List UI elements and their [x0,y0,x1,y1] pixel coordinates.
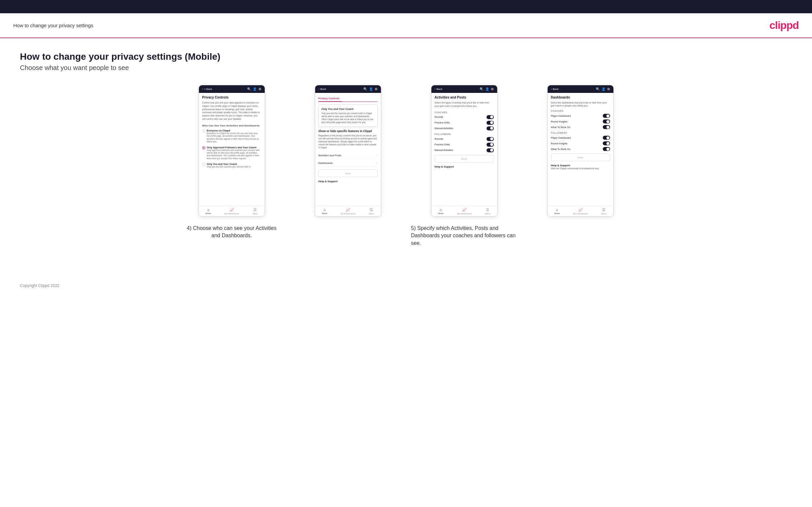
phone-mockup-4: ‹ Back 🔍 👤 ⚙ Dashboards Select the dashb… [547,85,614,217]
search-icon-2[interactable]: 🔍 [363,87,367,91]
search-icon-3[interactable]: 🔍 [479,87,484,91]
toggle-rounds-followers[interactable]: Rounds [435,137,494,141]
tab-performance-3[interactable]: 📈 My Performance [457,208,471,215]
toggle-rounds-coaches-switch[interactable] [487,115,494,119]
back-button-3[interactable]: ‹ Back [435,88,442,91]
help-desc-4: Visit our Clippd community to troublesho… [551,167,610,170]
work-on-followers-label: What To Work On [551,148,570,151]
tab-menu-4[interactable]: ☰ Menu [601,208,606,215]
toggle-rounds-followers-switch[interactable] [487,137,494,141]
profile-icon-4[interactable]: 👤 [601,87,605,91]
screenshot-group-1: ‹ < Back 🔍 👤 ⚙ Privacy Controls Control … [179,85,285,247]
performance-icon-4: 📈 [578,208,583,212]
toggle-rounds-coaches[interactable]: Rounds [435,115,494,119]
performance-icon-1: 📈 [230,208,234,212]
tab-home-4[interactable]: ⌂ Home [554,208,560,215]
privacy-description: Control how you and your data appears to… [202,101,261,121]
show-hide-title: Show or hide specific features in Clippd [318,129,377,133]
toggle-round-insights-followers-switch[interactable] [603,142,610,145]
performance-icon-2: 📈 [346,208,350,212]
dashboards-section-title: Dashboards [551,96,610,99]
tab-menu-2[interactable]: ☰ Menu [369,208,374,215]
work-on-coaches-label: What To Work On [551,126,570,129]
tab-menu-3[interactable]: ☰ Menu [485,208,490,215]
toggle-round-insights-coaches-switch[interactable] [603,119,610,123]
toggle-manual-followers-switch[interactable] [487,148,494,152]
tab-performance-4[interactable]: 📈 My Performance [573,208,588,215]
toggle-manual-followers[interactable]: Manual Activities [435,148,494,152]
activities-menu-row[interactable]: Activities and Posts › [318,152,377,159]
settings-icon-4[interactable]: ⚙ [607,87,610,91]
rounds-coaches-label: Rounds [435,115,443,118]
dashboards-label: Dashboards [318,162,333,165]
tab-home-3[interactable]: ⌂ Home [438,208,443,215]
search-icon-4[interactable]: 🔍 [596,87,600,91]
toggle-manual-coaches-switch[interactable] [487,126,494,130]
radio-circle-everyone[interactable] [202,129,205,132]
phone-header-4: ‹ Back 🔍 👤 ⚙ [548,85,613,93]
radio-option-only-you[interactable]: Only You and Your Coach Only you and the… [202,163,261,168]
back-button-2[interactable]: ‹ Back [318,88,326,91]
toggle-round-insights-followers[interactable]: Round Insights [551,142,610,145]
toggle-player-dash-coaches[interactable]: Player Dashboard [551,114,610,118]
popup-title: Only You and Your Coach [321,108,374,111]
toggle-work-on-followers[interactable]: What To Work On [551,147,610,151]
settings-icon-2[interactable]: ⚙ [374,87,377,91]
tab-bar-2: ⌂ Home 📈 My Performance ☰ Menu [315,206,381,216]
toggle-player-dash-followers-switch[interactable] [603,136,610,140]
radio-option-approved[interactable]: Only Approved Followers and Your Coach O… [202,146,261,160]
back-button-4[interactable]: ‹ Back [551,88,559,91]
toggle-drills-coaches[interactable]: Practice Drills [435,121,494,125]
tab-home-2[interactable]: ⌂ Home [322,208,327,215]
copyright: Copyright Clippd 2022 [20,283,59,288]
help-support-2: Help & Support [318,180,377,183]
main-content: How to change your privacy settings (Mob… [0,38,812,277]
toggle-work-on-followers-switch[interactable] [603,147,610,151]
profile-icon[interactable]: 👤 [253,87,257,91]
phone-mockup-1: ‹ < Back 🔍 👤 ⚙ Privacy Controls Control … [199,85,265,217]
radio-option-everyone[interactable]: Everyone on Clippd Everyone on Clippd ca… [202,129,261,143]
popup-box: Only You and Your Coach Only you and the… [318,105,377,127]
phone-mockup-2: ‹ Back 🔍 👤 ⚙ Privacy Controls Only You a… [315,85,381,217]
save-button-4[interactable]: Save [551,154,610,161]
save-button-2[interactable]: Save [318,170,377,177]
profile-icon-3[interactable]: 👤 [485,87,489,91]
toggle-work-on-coaches-switch[interactable] [603,125,610,129]
toggle-round-insights-coaches[interactable]: Round Insights [551,119,610,123]
radio-circle-approved[interactable] [202,146,205,149]
activities-label: Activities and Posts [318,154,341,157]
toggle-drills-coaches-switch[interactable] [487,121,494,125]
show-hide-desc: Regardless of the privacy controls that … [318,134,377,149]
toggle-player-dash-coaches-switch[interactable] [603,114,610,118]
save-button-3[interactable]: Save [435,155,494,163]
search-icon[interactable]: 🔍 [247,87,251,91]
toggle-manual-coaches[interactable]: Manual Activities [435,126,494,130]
privacy-tab[interactable]: Privacy Controls [318,96,342,102]
home-icon-4: ⌂ [556,208,558,212]
toggle-player-dash-followers[interactable]: Player Dashboard [551,136,610,140]
dashboards-section-desc: Select the dashboards that you'd like to… [551,101,610,107]
home-icon-3: ⌂ [440,208,442,212]
toggle-drills-followers-switch[interactable] [487,143,494,147]
drills-coaches-label: Practice Drills [435,121,450,124]
tab-performance-2[interactable]: 📈 My Performance [341,208,355,215]
tab-performance-1[interactable]: 📈 My Performance [224,208,239,215]
caption-1: 4) Choose who can see your Activities an… [185,225,278,239]
manual-followers-label: Manual Activities [435,149,453,152]
settings-icon-3[interactable]: ⚙ [491,87,494,91]
header-icons-2: 🔍 👤 ⚙ [363,87,377,91]
tab-menu-1[interactable]: ☰ Menu [253,208,258,215]
dashboards-menu-row[interactable]: Dashboards › [318,159,377,167]
settings-icon[interactable]: ⚙ [258,87,261,91]
toggle-work-on-coaches[interactable]: What To Work On [551,125,610,129]
toggle-drills-followers[interactable]: Practice Drills [435,143,494,147]
menu-icon-2: ☰ [370,208,373,212]
radio-circle-only-you[interactable] [202,163,205,166]
screenshot-group-3: ‹ Back 🔍 👤 ⚙ Activities and Posts Select… [411,85,517,247]
drills-followers-label: Practice Drills [435,143,450,146]
menu-icon-4: ☰ [602,208,605,212]
back-button-1[interactable]: ‹ < Back [202,88,212,91]
tab-bar-3: ⌂ Home 📈 My Performance ☰ Menu [432,206,497,216]
tab-home-1[interactable]: ⌂ Home [206,208,211,215]
profile-icon-2[interactable]: 👤 [369,87,373,91]
